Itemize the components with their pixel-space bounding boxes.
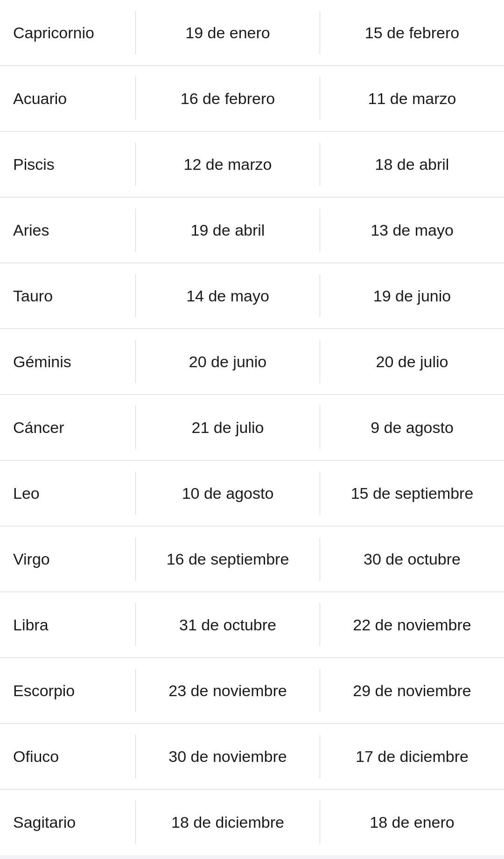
sign-name: Leo	[13, 484, 40, 503]
start-date-cell: 31 de octubre	[135, 603, 320, 646]
start-date-cell: 19 de abril	[135, 209, 320, 251]
end-date-cell: 15 de febrero	[320, 11, 504, 54]
start-date-cell: 16 de febrero	[135, 77, 320, 120]
table-row: Libra31 de octubre22 de noviembre	[0, 592, 504, 658]
sign-cell: Capricornio	[0, 13, 135, 53]
sign-name: Piscis	[13, 155, 55, 174]
start-date: 21 de julio	[191, 417, 264, 438]
start-date: 30 de noviembre	[168, 746, 287, 767]
sign-cell: Ofiuco	[0, 736, 135, 777]
sign-name: Ofiuco	[13, 747, 59, 766]
sign-name: Sagitario	[13, 813, 76, 831]
sign-cell: Acuario	[0, 78, 135, 119]
sign-name: Aries	[13, 221, 49, 239]
sign-name: Cáncer	[13, 419, 64, 437]
sign-name: Capricornio	[13, 24, 94, 42]
table-row: Sagitario18 de diciembre18 de enero	[0, 789, 504, 855]
sign-cell: Leo	[0, 473, 135, 514]
table-row: Piscis12 de marzo18 de abril	[0, 132, 504, 197]
end-date-cell: 18 de enero	[320, 801, 504, 844]
table-row: Géminis20 de junio20 de julio	[0, 329, 504, 395]
table-row: Escorpio23 de noviembre29 de noviembre	[0, 658, 504, 724]
end-date-cell: 11 de marzo	[320, 77, 504, 120]
end-date: 11 de marzo	[368, 88, 456, 109]
end-date: 29 de noviembre	[353, 680, 471, 701]
sign-name: Tauro	[13, 287, 53, 305]
start-date: 14 de mayo	[186, 286, 269, 306]
start-date-cell: 23 de noviembre	[135, 669, 320, 712]
end-date: 15 de febrero	[365, 22, 459, 43]
start-date-cell: 16 de septiembre	[135, 538, 320, 580]
sign-cell: Aries	[0, 210, 135, 251]
start-date: 31 de octubre	[179, 615, 276, 635]
start-date-cell: 19 de enero	[135, 11, 320, 54]
end-date-cell: 30 de octubre	[320, 538, 504, 580]
end-date: 15 de septiembre	[351, 483, 474, 503]
table-row: Aries19 de abril13 de mayo	[0, 197, 504, 263]
start-date: 16 de febrero	[181, 88, 275, 109]
sign-cell: Tauro	[0, 276, 135, 316]
end-date: 17 de diciembre	[356, 746, 469, 767]
start-date: 18 de diciembre	[171, 812, 284, 832]
end-date: 13 de mayo	[371, 220, 454, 240]
sign-cell: Escorpio	[0, 670, 135, 711]
end-date-cell: 15 de septiembre	[320, 472, 504, 515]
start-date: 12 de marzo	[184, 154, 272, 175]
end-date: 19 de junio	[373, 286, 451, 306]
start-date-cell: 20 de junio	[135, 340, 320, 383]
start-date-cell: 30 de noviembre	[135, 735, 320, 778]
table-row: Leo10 de agosto15 de septiembre	[0, 461, 504, 526]
sign-cell: Libra	[0, 605, 135, 645]
start-date-cell: 14 de mayo	[135, 274, 320, 317]
table-row: Cáncer21 de julio9 de agosto	[0, 395, 504, 461]
table-row: Virgo16 de septiembre30 de octubre	[0, 526, 504, 592]
sign-name: Géminis	[13, 353, 71, 371]
table-row: Acuario16 de febrero11 de marzo	[0, 66, 504, 132]
start-date-cell: 18 de diciembre	[135, 801, 320, 844]
start-date: 23 de noviembre	[168, 680, 287, 701]
sign-cell: Virgo	[0, 539, 135, 580]
end-date: 20 de julio	[376, 351, 448, 372]
start-date: 16 de septiembre	[167, 549, 289, 569]
start-date: 10 de agosto	[182, 483, 274, 503]
end-date-cell: 19 de junio	[320, 274, 504, 317]
end-date-cell: 13 de mayo	[320, 209, 504, 251]
sign-cell: Sagitario	[0, 802, 135, 843]
end-date: 18 de abril	[375, 154, 449, 175]
start-date-cell: 10 de agosto	[135, 472, 320, 515]
start-date: 19 de enero	[185, 22, 270, 43]
end-date-cell: 29 de noviembre	[320, 669, 504, 712]
table-row: Tauro14 de mayo19 de junio	[0, 263, 504, 329]
start-date-cell: 21 de julio	[135, 406, 320, 449]
start-date: 19 de abril	[191, 220, 265, 240]
end-date-cell: 20 de julio	[320, 340, 504, 383]
sign-cell: Piscis	[0, 144, 135, 185]
zodiac-table: Capricornio19 de enero15 de febreroAcuar…	[0, 0, 504, 855]
table-row: Capricornio19 de enero15 de febrero	[0, 0, 504, 66]
end-date-cell: 9 de agosto	[320, 406, 504, 449]
end-date-cell: 18 de abril	[320, 143, 504, 186]
start-date-cell: 12 de marzo	[135, 143, 320, 186]
end-date: 22 de noviembre	[353, 615, 471, 635]
table-row: Ofiuco30 de noviembre17 de diciembre	[0, 724, 504, 789]
sign-name: Virgo	[13, 550, 50, 568]
end-date: 9 de agosto	[371, 417, 454, 438]
start-date: 20 de junio	[189, 351, 266, 372]
sign-name: Escorpio	[13, 682, 75, 700]
end-date-cell: 22 de noviembre	[320, 603, 504, 646]
sign-cell: Géminis	[0, 342, 135, 382]
end-date: 18 de enero	[370, 812, 455, 832]
sign-cell: Cáncer	[0, 407, 135, 448]
end-date: 30 de octubre	[364, 549, 461, 569]
sign-name: Acuario	[13, 90, 67, 108]
sign-name: Libra	[13, 616, 49, 634]
end-date-cell: 17 de diciembre	[320, 735, 504, 778]
